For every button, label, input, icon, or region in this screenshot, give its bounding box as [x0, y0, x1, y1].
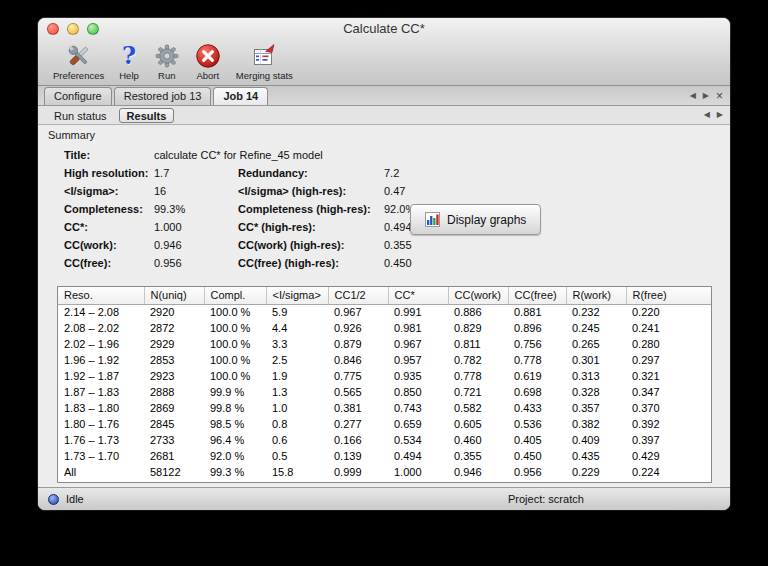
summary-key: CC(work) (high-res): [238, 239, 384, 251]
table-row[interactable]: 1.92 – 1.872923100.0 %1.90.7750.9350.778… [58, 368, 711, 384]
help-button[interactable]: ? Help [114, 41, 144, 81]
summary-key: CC* (high-res): [238, 221, 384, 233]
table-row[interactable]: 2.02 – 1.962929100.0 %3.30.8790.9670.811… [58, 336, 711, 352]
tab-forward-icon[interactable]: ▶ [703, 91, 709, 101]
summary-key: CC(free): [64, 257, 154, 269]
summary-key: CC(work): [64, 239, 154, 251]
table-row[interactable]: 1.73 – 1.70268192.0 %0.50.1390.4940.3550… [58, 448, 711, 464]
preferences-button[interactable]: Preferences [48, 41, 109, 81]
table-cell: 0.879 [328, 336, 388, 352]
table-cell: 0.229 [566, 464, 626, 480]
table-cell: 0.409 [566, 432, 626, 448]
table-cell: 96.4 % [204, 432, 266, 448]
table-cell: 92.0 % [204, 448, 266, 464]
table-cell: 2872 [144, 320, 204, 336]
close-button[interactable] [47, 23, 59, 35]
column-header[interactable]: Reso. [58, 287, 144, 304]
table-cell: 0.981 [388, 320, 448, 336]
table-cell: 4.4 [266, 320, 328, 336]
summary-panel: Title:calculate CC* for Refine_45 modelH… [38, 144, 730, 284]
table-cell: 0.659 [388, 416, 448, 432]
table-body: 2.14 – 2.082920100.0 %5.90.9670.9910.886… [58, 304, 711, 480]
summary-key: CC(free) (high-res): [238, 257, 384, 269]
summary-value: 99.3% [154, 203, 238, 215]
window-title: Calculate CC* [38, 18, 730, 40]
tab-restored-job-13[interactable]: Restored job 13 [114, 87, 212, 105]
tab-configure[interactable]: Configure [44, 87, 112, 105]
table-cell: 0.280 [626, 336, 711, 352]
run-gear-icon [154, 42, 180, 70]
table-row[interactable]: 2.08 – 2.022872100.0 %4.40.9260.9810.829… [58, 320, 711, 336]
run-button[interactable]: Run [149, 41, 185, 81]
table-row[interactable]: 1.80 – 1.76284598.5 %0.80.2770.6590.6050… [58, 416, 711, 432]
table-cell: 1.80 – 1.76 [58, 416, 144, 432]
main-tabbar: Configure Restored job 13 Job 14 ◀ ▶ × [38, 86, 730, 106]
toolbar: Preferences ? Help [38, 40, 730, 85]
column-header[interactable]: CC1/2 [328, 287, 388, 304]
merging-stats-button[interactable]: Merging stats [231, 41, 298, 81]
column-header[interactable]: CC* [388, 287, 448, 304]
table-row[interactable]: 1.96 – 1.922853100.0 %2.50.8460.9570.782… [58, 352, 711, 368]
zoom-button[interactable] [87, 23, 99, 35]
table-cell: 0.565 [328, 384, 388, 400]
column-header[interactable]: <I/sigma> [266, 287, 328, 304]
table-cell: 3.3 [266, 336, 328, 352]
summary-key: Redundancy: [238, 167, 384, 179]
table-cell: 0.536 [508, 416, 566, 432]
table-cell: 1.76 – 1.73 [58, 432, 144, 448]
table-cell: 1.9 [266, 368, 328, 384]
table-cell: 0.429 [626, 448, 711, 464]
table-cell: 2.02 – 1.96 [58, 336, 144, 352]
table-cell: 0.619 [508, 368, 566, 384]
column-header[interactable]: N(uniq) [144, 287, 204, 304]
column-header[interactable]: CC(free) [508, 287, 566, 304]
subtab-forward-icon[interactable]: ▶ [717, 110, 723, 120]
tab-results[interactable]: Results [119, 108, 175, 123]
table-cell: 2929 [144, 336, 204, 352]
table-cell: 0.433 [508, 400, 566, 416]
table-cell: 0.778 [508, 352, 566, 368]
table-cell: 0.245 [566, 320, 626, 336]
display-graphs-label: Display graphs [447, 213, 526, 227]
column-header[interactable]: CC(work) [448, 287, 508, 304]
tab-run-status[interactable]: Run status [46, 108, 115, 123]
table-cell: 0.782 [448, 352, 508, 368]
table-cell: 0.265 [566, 336, 626, 352]
column-header[interactable]: Compl. [204, 287, 266, 304]
table-cell: 0.328 [566, 384, 626, 400]
summary-value: calculate CC* for Refine_45 model [154, 149, 730, 161]
column-header[interactable]: R(work) [566, 287, 626, 304]
table-row[interactable]: 1.76 – 1.73273396.4 %0.60.1660.5340.4600… [58, 432, 711, 448]
table-cell: 0.850 [388, 384, 448, 400]
sub-tabbar: Run status Results ◀ ▶ [38, 106, 730, 125]
table-cell: 0.166 [328, 432, 388, 448]
tab-close-icon[interactable]: × [716, 90, 723, 102]
table-cell: 0.991 [388, 304, 448, 320]
table-cell: 100.0 % [204, 304, 266, 320]
subtab-back-icon[interactable]: ◀ [704, 110, 710, 120]
table-cell: 0.956 [508, 464, 566, 480]
summary-key: <I/sigma>: [64, 185, 154, 197]
tab-job-14[interactable]: Job 14 [213, 87, 268, 105]
abort-button[interactable]: Abort [190, 41, 226, 81]
table-cell: 0.347 [626, 384, 711, 400]
minimize-button[interactable] [67, 23, 79, 35]
table-row[interactable]: All5812299.3 %15.80.9991.0000.9460.9560.… [58, 464, 711, 480]
table-cell: 0.935 [388, 368, 448, 384]
table-cell: 1.83 – 1.80 [58, 400, 144, 416]
summary-value: 0.355 [384, 239, 730, 251]
table-cell: 100.0 % [204, 320, 266, 336]
table-cell: 2853 [144, 352, 204, 368]
tab-back-icon[interactable]: ◀ [690, 91, 696, 101]
table-row[interactable]: 1.83 – 1.80286999.8 %1.00.3810.7430.5820… [58, 400, 711, 416]
summary-value: 16 [154, 185, 238, 197]
table-cell: 99.9 % [204, 384, 266, 400]
status-indicator-icon [48, 494, 59, 505]
table-row[interactable]: 2.14 – 2.082920100.0 %5.90.9670.9910.886… [58, 304, 711, 320]
column-header[interactable]: R(free) [626, 287, 711, 304]
table-cell: 0.450 [508, 448, 566, 464]
display-graphs-button[interactable]: Display graphs [410, 204, 541, 235]
table-row[interactable]: 1.87 – 1.83288899.9 %1.30.5650.8500.7210… [58, 384, 711, 400]
titlebar[interactable]: Calculate CC* [38, 18, 730, 40]
merging-stats-label: Merging stats [236, 70, 293, 81]
